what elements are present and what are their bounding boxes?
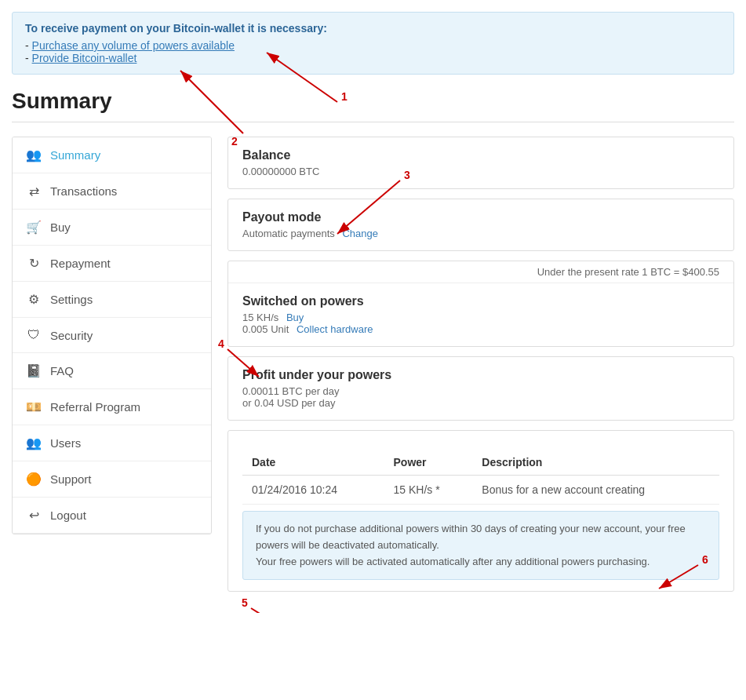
profit-card-body: Profit under your powers 0.00011 BTC per… [228, 357, 733, 420]
cell-power: 15 KH/s * [384, 476, 473, 505]
sidebar-item-security[interactable]: 🛡 Security [13, 318, 211, 353]
sidebar-label-summary: Summary [50, 148, 100, 162]
payout-card-body: Payout mode Automatic payments Change [228, 199, 733, 250]
buy-powers-link[interactable]: Buy [286, 312, 304, 323]
change-payout-link[interactable]: Change [342, 228, 378, 239]
sidebar-label-support: Support [50, 472, 92, 486]
sidebar-item-summary[interactable]: 👥 Summary [13, 137, 211, 173]
sidebar-item-settings[interactable]: ⚙ Settings [13, 282, 211, 318]
sidebar-label-repayment: Repayment [50, 257, 111, 270]
sidebar-item-transactions[interactable]: ⇄ Transactions [13, 173, 211, 210]
info-box: If you do not purchase additional powers… [242, 511, 719, 580]
sidebar: 👥 Summary ⇄ Transactions 🛒 Buy ↻ Repayme… [12, 137, 212, 534]
support-icon: 🟠 [25, 472, 42, 487]
sidebar-item-referral[interactable]: 💴 Referral Program [13, 389, 211, 425]
table-row: 01/24/2016 10:24 15 KH/s * Bonus for a n… [242, 476, 719, 505]
switched-powers-card: Under the present rate 1 BTC = $400.55 S… [227, 261, 734, 347]
sidebar-item-buy[interactable]: 🛒 Buy [13, 210, 211, 246]
buy-icon: 🛒 [25, 220, 42, 235]
content-area: Balance 0.00000000 BTC Payout mode Autom… [227, 137, 734, 601]
rate-info: Under the present rate 1 BTC = $400.55 [228, 261, 733, 283]
purchase-link[interactable]: Purchase any volume of powers available [32, 39, 235, 52]
payout-card: Payout mode Automatic payments Change [227, 199, 734, 251]
page-title: Summary [12, 89, 734, 122]
profit-title: Profit under your powers [242, 368, 719, 382]
notice-link-item-1[interactable]: Purchase any volume of powers available [25, 39, 721, 52]
payout-title: Payout mode [242, 210, 719, 224]
sidebar-item-faq[interactable]: 📓 FAQ [13, 353, 211, 389]
faq-icon: 📓 [25, 363, 42, 378]
balance-card-body: Balance 0.00000000 BTC [228, 137, 733, 188]
balance-card: Balance 0.00000000 BTC [227, 137, 734, 189]
notice-link-item-2[interactable]: Provide Bitcoin-wallet [25, 52, 721, 64]
table-header-row: Date Power Description [242, 450, 719, 476]
users-icon: 👥 [25, 436, 42, 450]
col-description: Description [472, 450, 719, 476]
sidebar-label-settings: Settings [50, 293, 93, 306]
provide-wallet-link[interactable]: Provide Bitcoin-wallet [32, 52, 137, 64]
info-line2: Your free powers will be activated autom… [256, 554, 706, 571]
balance-title: Balance [242, 148, 719, 162]
referral-icon: 💴 [25, 399, 42, 414]
profit-line1: 0.00011 BTC per day [242, 385, 719, 397]
switched-powers-body: Switched on powers 15 KH/s Buy 0.005 Uni… [228, 283, 733, 346]
sidebar-label-transactions: Transactions [50, 184, 117, 198]
notice-title: To receive payment on your Bitcoin-walle… [25, 22, 721, 35]
sidebar-item-repayment[interactable]: ↻ Repayment [13, 246, 211, 282]
profit-card: Profit under your powers 0.00011 BTC per… [227, 356, 734, 421]
logout-icon: ↩ [25, 508, 42, 523]
notice-banner: To receive payment on your Bitcoin-walle… [12, 12, 734, 75]
sidebar-label-referral: Referral Program [50, 400, 140, 414]
transactions-icon: ⇄ [25, 184, 42, 199]
switched-powers-title: Switched on powers [242, 294, 719, 308]
balance-value: 0.00000000 BTC [242, 166, 719, 177]
col-power: Power [384, 450, 473, 476]
khs-value: 15 KH/s [242, 312, 278, 323]
info-line1: If you do not purchase additional powers… [256, 521, 706, 554]
history-table: Date Power Description 01/24/2016 10:24 … [242, 450, 719, 505]
profit-line2: or 0.04 USD per day [242, 397, 719, 409]
payout-value: Automatic payments Change [242, 228, 719, 239]
switched-powers-line1: 15 KH/s Buy [242, 312, 719, 323]
security-icon: 🛡 [25, 328, 42, 342]
sidebar-item-logout[interactable]: ↩ Logout [13, 498, 211, 534]
settings-icon: ⚙ [25, 292, 42, 307]
table-body: 01/24/2016 10:24 15 KH/s * Bonus for a n… [242, 476, 719, 505]
history-card-body: Date Power Description 01/24/2016 10:24 … [228, 431, 733, 591]
col-date: Date [242, 450, 384, 476]
summary-icon: 👥 [25, 148, 42, 162]
cell-description: Bonus for a new account creating [472, 476, 719, 505]
unit-value: 0.005 Unit [242, 323, 289, 335]
sidebar-label-logout: Logout [50, 509, 86, 522]
sidebar-label-security: Security [50, 329, 93, 342]
cell-date: 01/24/2016 10:24 [242, 476, 384, 505]
sidebar-item-support[interactable]: 🟠 Support [13, 461, 211, 498]
payout-mode-text: Automatic payments [242, 228, 335, 239]
switched-powers-line2: 0.005 Unit Collect hardware [242, 323, 719, 335]
sidebar-item-users[interactable]: 👥 Users [13, 425, 211, 461]
sidebar-label-buy: Buy [50, 221, 71, 234]
sidebar-label-faq: FAQ [50, 364, 74, 377]
collect-hardware-link[interactable]: Collect hardware [297, 323, 373, 335]
table-header: Date Power Description [242, 450, 719, 476]
main-layout: 👥 Summary ⇄ Transactions 🛒 Buy ↻ Repayme… [12, 137, 734, 601]
sidebar-label-users: Users [50, 436, 81, 450]
repayment-icon: ↻ [25, 256, 42, 271]
notice-links: Purchase any volume of powers available … [25, 39, 721, 64]
history-card: Date Power Description 01/24/2016 10:24 … [227, 430, 734, 592]
